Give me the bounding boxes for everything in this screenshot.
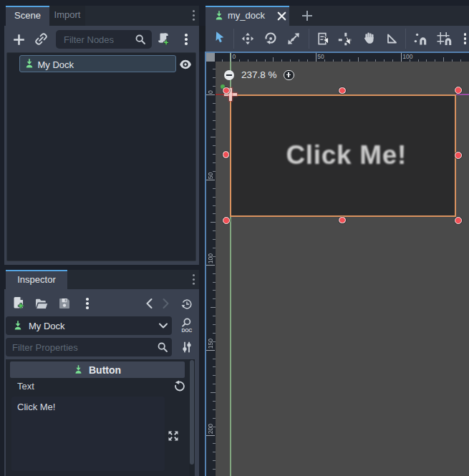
svg-text:DOC: DOC xyxy=(181,328,192,333)
